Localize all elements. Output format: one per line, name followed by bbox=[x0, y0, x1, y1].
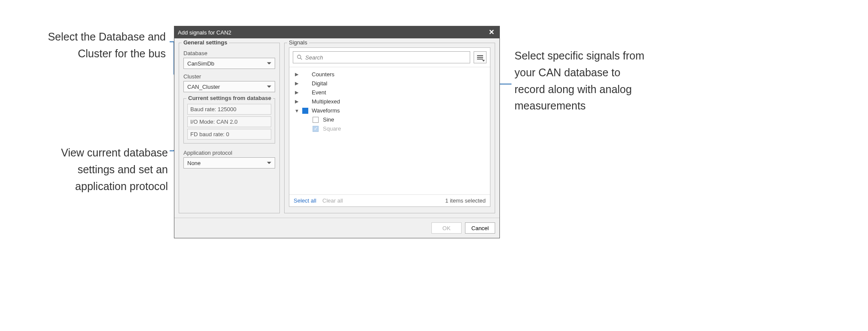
expander-icon: ▶ bbox=[294, 90, 299, 95]
expander-icon: ▼ bbox=[294, 108, 299, 113]
cluster-label: Cluster bbox=[183, 73, 275, 80]
tree-item-label: Event bbox=[312, 89, 326, 96]
tree-item-label: Digital bbox=[312, 80, 327, 87]
app-protocol-dropdown[interactable]: None bbox=[183, 157, 275, 169]
checkbox-icon[interactable] bbox=[313, 117, 319, 123]
chevron-down-icon bbox=[267, 162, 271, 164]
search-input-wrapper bbox=[293, 51, 470, 63]
svg-point-0 bbox=[298, 55, 301, 59]
search-input[interactable] bbox=[305, 54, 466, 61]
general-settings-group: General settings Database CanSimDb Clust… bbox=[179, 43, 280, 213]
dialog-title: Add signals for CAN2 bbox=[178, 29, 487, 36]
tree-item-event[interactable]: ▶ Event bbox=[291, 88, 488, 97]
chevron-down-icon bbox=[482, 60, 485, 62]
search-icon bbox=[297, 54, 303, 60]
expander-icon: ▶ bbox=[294, 99, 299, 104]
tree-item-digital[interactable]: ▶ Digital bbox=[291, 79, 488, 88]
checkbox-icon[interactable] bbox=[302, 108, 308, 114]
tree-item-label: Square bbox=[323, 125, 341, 132]
app-protocol-label: Application protocol bbox=[183, 150, 275, 156]
ok-button[interactable]: OK bbox=[431, 222, 462, 234]
current-settings-group: Current settings from database Baud rate… bbox=[183, 98, 275, 144]
tree-item-square[interactable]: Square bbox=[309, 124, 488, 133]
tree-item-waveforms[interactable]: ▼ Waveforms bbox=[291, 106, 488, 115]
cancel-button[interactable]: Cancel bbox=[465, 222, 495, 234]
signals-legend: Signals bbox=[287, 39, 309, 46]
dialog-titlebar: Add signals for CAN2 ✕ bbox=[174, 26, 499, 38]
signals-group: Signals bbox=[284, 43, 495, 213]
expander-icon: ▶ bbox=[294, 72, 299, 77]
checkbox-icon[interactable] bbox=[313, 126, 319, 132]
tree-item-multiplexed[interactable]: ▶ Multiplexed bbox=[291, 97, 488, 106]
io-mode-field: I/O Mode: CAN 2.0 bbox=[187, 116, 271, 127]
cluster-value: CAN_Cluster bbox=[187, 84, 220, 90]
signals-menu-button[interactable] bbox=[474, 51, 487, 63]
baud-rate-field: Baud rate: 125000 bbox=[187, 104, 271, 115]
current-settings-legend: Current settings from database bbox=[186, 95, 273, 101]
annotation-database-cluster: Select the Database and Cluster for the … bbox=[17, 28, 166, 62]
select-all-link[interactable]: Select all bbox=[294, 197, 316, 204]
close-icon[interactable]: ✕ bbox=[487, 28, 496, 37]
chevron-down-icon bbox=[267, 62, 271, 65]
app-protocol-value: None bbox=[187, 160, 201, 166]
cluster-dropdown[interactable]: CAN_Cluster bbox=[183, 81, 275, 92]
dialog-button-row: OK Cancel bbox=[174, 218, 499, 238]
signals-tree: ▶ Counters ▶ Digital ▶ Event bbox=[289, 67, 490, 194]
database-label: Database bbox=[183, 50, 275, 56]
tree-item-label: Counters bbox=[312, 71, 335, 78]
tree-item-label: Waveforms bbox=[312, 107, 340, 114]
add-signals-dialog: Add signals for CAN2 ✕ General settings … bbox=[174, 26, 500, 238]
selection-status: 1 items selected bbox=[445, 197, 486, 204]
chevron-down-icon bbox=[267, 86, 271, 88]
clear-all-link[interactable]: Clear all bbox=[322, 197, 343, 204]
general-settings-legend: General settings bbox=[182, 39, 229, 46]
tree-item-counters[interactable]: ▶ Counters bbox=[291, 70, 488, 79]
database-value: CanSimDb bbox=[187, 60, 214, 67]
tree-item-label: Multiplexed bbox=[312, 98, 340, 105]
annotation-select-signals: Select specific signals from your CAN da… bbox=[515, 47, 648, 114]
database-dropdown[interactable]: CanSimDb bbox=[183, 58, 275, 69]
fd-baud-field: FD baud rate: 0 bbox=[187, 129, 271, 140]
tree-item-sine[interactable]: Sine bbox=[309, 115, 488, 124]
expander-icon: ▶ bbox=[294, 81, 299, 86]
annotation-db-settings-protocol: View current database settings and set a… bbox=[30, 144, 168, 194]
tree-item-label: Sine bbox=[323, 116, 334, 123]
svg-line-1 bbox=[301, 58, 302, 60]
menu-icon bbox=[477, 55, 483, 59]
